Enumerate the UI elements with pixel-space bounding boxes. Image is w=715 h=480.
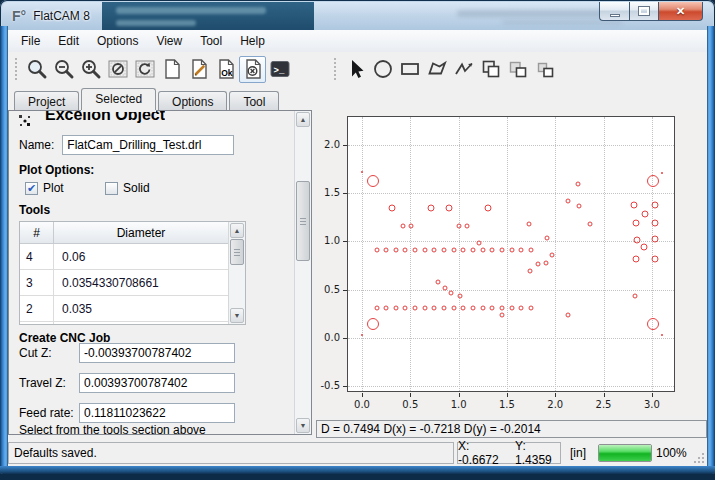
plot-axes[interactable]: 0.00.51.01.52.02.53.0-0.50.00.51.01.52.0	[347, 116, 675, 392]
drill-hole	[661, 334, 663, 336]
cut-z-label: Cut Z:	[19, 346, 79, 360]
save-object-button[interactable]: Ok	[212, 56, 239, 83]
drill-hole	[361, 334, 363, 336]
drill-hole	[651, 220, 658, 227]
delete-object-button[interactable]	[239, 56, 266, 83]
add-polygon-button[interactable]	[423, 56, 450, 83]
add-circle-button[interactable]	[369, 56, 396, 83]
flatcam-window: F° FlatCAM 8 ✕ FileEditOptionsViewToolHe…	[0, 0, 715, 474]
scrollbar-thumb[interactable]	[296, 181, 310, 261]
tool-row-2[interactable]: 20.035	[20, 296, 228, 322]
select-tool-button[interactable]	[342, 56, 369, 83]
drill-hole	[403, 306, 408, 311]
clear-plot-button[interactable]	[104, 56, 131, 83]
selected-tab-panel: Excellon Object Name: Plot Options: ✔Plo…	[8, 110, 312, 435]
new-project-button[interactable]	[158, 56, 185, 83]
delete-object-icon	[241, 57, 265, 81]
drill-hole	[490, 248, 495, 253]
gridline-y	[348, 290, 674, 291]
scroll-down-icon[interactable]: ▼	[230, 308, 244, 323]
tool-diameter: 0.06	[54, 244, 228, 269]
maximize-icon	[639, 7, 649, 15]
polygon-intersection-button[interactable]	[504, 56, 531, 83]
zoom-fit-icon	[25, 57, 49, 81]
drill-hole	[457, 294, 462, 299]
menu-item-options[interactable]: Options	[88, 31, 147, 51]
toolbar-drag-handle[interactable]	[14, 57, 19, 81]
menu-item-edit[interactable]: Edit	[49, 31, 88, 51]
tool-row-3[interactable]: 30.0354330708661	[20, 270, 228, 296]
coord-x: X: -0.6672	[458, 439, 507, 466]
gridline-y	[348, 193, 674, 194]
add-path-icon	[452, 57, 476, 81]
polygon-subtract-icon	[533, 57, 557, 81]
window-border-right	[707, 26, 715, 474]
drill-hole	[529, 248, 534, 253]
plot-figure[interactable]: 0.00.51.01.52.02.53.0-0.50.00.51.01.52.0	[316, 110, 707, 416]
clear-plot-icon	[106, 57, 130, 81]
edit-object-button[interactable]	[185, 56, 212, 83]
shell-button[interactable]: >_	[266, 56, 293, 83]
drill-hole	[651, 235, 658, 242]
feed-rate-input[interactable]	[79, 403, 235, 423]
scrollbar-thumb[interactable]	[230, 239, 244, 265]
replot-button[interactable]	[131, 56, 158, 83]
tools-table-scrollbar[interactable]: ▲ ▼	[228, 222, 245, 324]
zoom-fit-button[interactable]	[23, 56, 50, 83]
drill-hole	[465, 224, 470, 229]
minimize-icon	[610, 14, 620, 17]
drill-hole	[519, 306, 524, 311]
tools-table: # Diameter 40.0630.035433070866120.035 ▲…	[19, 221, 246, 325]
shell-icon: >_	[268, 57, 292, 81]
cut-z-input[interactable]	[79, 343, 235, 363]
drill-hole	[535, 261, 540, 266]
tab-tool[interactable]: Tool	[229, 91, 279, 110]
drill-hole	[427, 204, 434, 211]
panel-scrollbar[interactable]: ▲ ▼	[294, 111, 311, 434]
add-rectangle-icon	[398, 57, 422, 81]
drill-hole	[384, 306, 389, 311]
close-button[interactable]: ✕	[658, 2, 703, 21]
zoom-in-button[interactable]	[77, 56, 104, 83]
close-icon: ✕	[676, 5, 685, 18]
tab-project[interactable]: Project	[14, 91, 79, 110]
tool-row-4[interactable]: 40.06	[20, 244, 228, 270]
drill-hole	[641, 244, 648, 251]
tab-selected[interactable]: Selected	[81, 88, 156, 110]
add-rectangle-button[interactable]	[396, 56, 423, 83]
maximize-button[interactable]	[629, 2, 658, 21]
gridline-y	[348, 338, 674, 339]
scroll-up-icon[interactable]: ▲	[296, 112, 310, 127]
drill-hole	[393, 306, 398, 311]
resize-grip[interactable]	[693, 452, 705, 464]
add-path-button[interactable]	[450, 56, 477, 83]
menu-item-help[interactable]: Help	[231, 31, 274, 51]
tool-number: 2	[20, 296, 54, 321]
minimize-button[interactable]	[599, 2, 629, 21]
tools-table-header: # Diameter	[20, 222, 228, 244]
object-header: Excellon Object	[17, 111, 165, 130]
scroll-up-icon[interactable]: ▲	[230, 223, 244, 238]
travel-z-input[interactable]	[79, 373, 235, 393]
polygon-subtract-button[interactable]	[531, 56, 558, 83]
drill-hole	[527, 222, 532, 227]
progress-percent: 100%	[656, 442, 687, 464]
titlebar[interactable]: F° FlatCAM 8 ✕	[2, 2, 713, 30]
solid-checkbox[interactable]	[105, 182, 118, 195]
x-tick-label: 0.0	[354, 399, 370, 410]
scroll-down-icon[interactable]: ▼	[296, 418, 310, 433]
zoom-out-button[interactable]	[50, 56, 77, 83]
toolbar-drag-handle[interactable]	[333, 57, 338, 81]
drill-hole	[448, 290, 453, 295]
y-tick-label: 0.5	[310, 284, 340, 295]
menu-item-view[interactable]: View	[147, 31, 191, 51]
plot-checkbox[interactable]: ✔	[25, 182, 38, 195]
tool-diameter: 0.0354330708661	[54, 270, 228, 295]
tab-options[interactable]: Options	[158, 91, 227, 110]
menu-item-tool[interactable]: Tool	[191, 31, 231, 51]
object-name-input[interactable]	[62, 135, 234, 155]
menu-item-file[interactable]: File	[12, 31, 49, 51]
drill-hole	[361, 171, 363, 173]
drill-hole	[471, 306, 476, 311]
polygon-union-button[interactable]	[477, 56, 504, 83]
